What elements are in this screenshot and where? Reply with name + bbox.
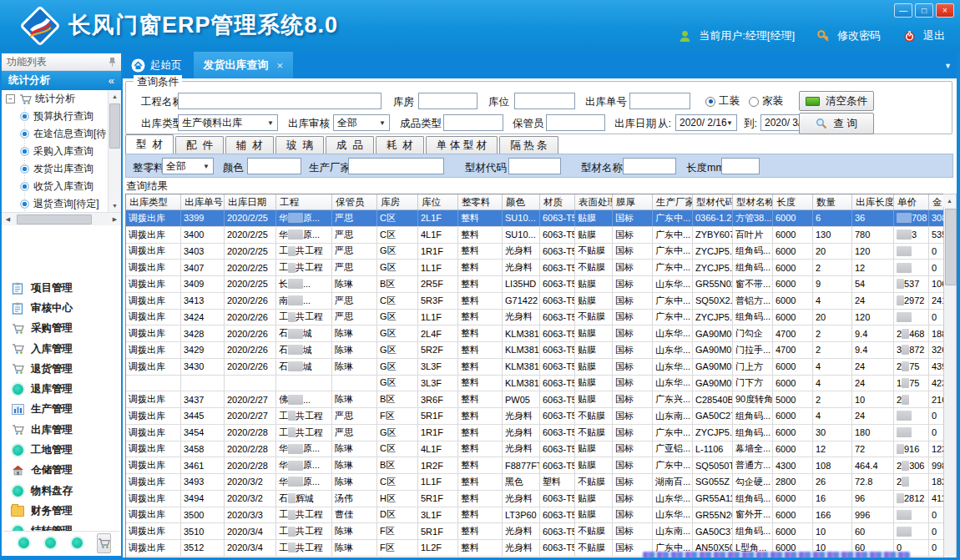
logout-link[interactable]: 退出: [923, 28, 945, 43]
table-row[interactable]: 调拨出库34292020/2/26石城陈琳G区5R2F整料KLM38176063…: [126, 342, 953, 359]
tab-close-icon[interactable]: ×: [277, 59, 284, 72]
column-header[interactable]: 表面处理: [575, 194, 613, 209]
tree-item[interactable]: 发货出库查询: [2, 160, 109, 178]
tree-item[interactable]: 退货查询[待定]: [2, 195, 109, 212]
column-header[interactable]: 材质: [540, 194, 575, 209]
material-tab[interactable]: 配 件: [175, 136, 224, 154]
column-header[interactable]: 出库长度: [852, 194, 894, 209]
column-header[interactable]: 膜厚: [613, 194, 653, 209]
project-name-input[interactable]: [178, 93, 381, 109]
slot-input[interactable]: [514, 93, 575, 109]
search-button[interactable]: 查 询: [799, 113, 874, 134]
tab-shipment-query[interactable]: 发货出库查询 ×: [194, 52, 294, 78]
table-row[interactable]: 调拨出库34372020/2/27佛...陈琳B区3R6F整料PW056063-…: [126, 391, 953, 408]
circle-icon[interactable]: [70, 537, 83, 550]
profile-code-input[interactable]: [508, 158, 561, 174]
product-type-input[interactable]: [443, 114, 503, 131]
circle-icon[interactable]: [17, 537, 30, 550]
change-password-link[interactable]: 修改密码: [837, 28, 881, 43]
tree-item[interactable]: 预算执行查询: [2, 108, 109, 125]
table-row[interactable]: 调拨出库34942020/3/2石辉城汤伟H区5R1F整料光身料6063-T5贴…: [126, 491, 953, 507]
column-header[interactable]: 型材代码: [693, 194, 733, 209]
module-item-circle[interactable]: 工地管理: [3, 440, 119, 460]
audit-select[interactable]: 全部 ▼: [333, 114, 390, 131]
close-button[interactable]: ×: [936, 3, 954, 18]
module-item-cart[interactable]: 退货管理: [3, 359, 119, 379]
warehouse-input[interactable]: [418, 93, 477, 109]
material-tab[interactable]: 成 品: [326, 136, 374, 154]
column-header[interactable]: 保管员: [332, 194, 377, 209]
table-row[interactable]: 调拨出库34032020/2/25工共工程严思G区1R1F整料光身料6063-T…: [126, 244, 953, 260]
table-row[interactable]: 调拨出库34452020/2/27工共工程严思F区5R1F整料光身料6063-T…: [126, 408, 953, 425]
table-row[interactable]: G区3L3F整料KLM38176063-T5贴膜国标山东华...GA90M09.…: [126, 376, 953, 392]
module-item-cart[interactable]: 采购管理: [3, 319, 119, 339]
column-header[interactable]: 整零料: [458, 194, 503, 209]
table-row[interactable]: 调拨出库35002020/3/3工共工程曹佳D区3L1F整料LT3P606063…: [126, 507, 953, 524]
module-item-home[interactable]: 仓储管理: [3, 461, 119, 481]
column-header[interactable]: 长度: [773, 194, 813, 209]
column-header[interactable]: 颜色: [503, 194, 540, 209]
order-no-input[interactable]: [629, 93, 690, 109]
tree-scroll-thumb[interactable]: [109, 103, 120, 149]
circle-icon[interactable]: [43, 537, 57, 550]
minimize-button[interactable]: —: [894, 3, 912, 18]
scroll-up-icon[interactable]: ▲: [943, 194, 956, 207]
column-header[interactable]: 出库单号: [181, 194, 225, 209]
tree-vertical-scrollbar[interactable]: ▲ ▼: [108, 90, 121, 212]
scroll-left-icon[interactable]: ◀: [2, 213, 14, 225]
module-item-circle[interactable]: 退库管理: [3, 379, 119, 399]
tree-root-statistics[interactable]: −统计分析: [2, 90, 109, 108]
maximize-button[interactable]: □: [915, 3, 933, 18]
table-row[interactable]: 调拨出库34542020/2/28工共工程严思G区1R1F整料光身料6063-T…: [126, 425, 953, 441]
module-item-cart[interactable]: 出库管理: [3, 420, 119, 440]
pin-icon[interactable]: [109, 57, 116, 67]
length-input[interactable]: [721, 158, 760, 174]
maker-input[interactable]: [348, 158, 444, 174]
scroll-up-icon[interactable]: ▲: [109, 90, 121, 103]
module-item-circle[interactable]: 物料盘存: [3, 481, 119, 501]
material-tab[interactable]: 辅 材: [225, 136, 274, 154]
radio-jiazhuang[interactable]: 家装: [749, 94, 783, 108]
column-header[interactable]: 型材名称: [733, 194, 773, 209]
table-row[interactable]: 调拨出库35102020/3/4工共工程陈琳F区5R1F整料光身料6063-T5…: [126, 523, 953, 540]
tree-expander-icon[interactable]: −: [6, 94, 15, 103]
material-tab[interactable]: 单 体 型 材: [426, 136, 498, 154]
profile-name-input[interactable]: [623, 158, 676, 174]
material-tab[interactable]: 隔 热 条: [499, 136, 558, 154]
date-from-picker[interactable]: 2020/ 2/16 ▼: [675, 114, 737, 131]
material-tab[interactable]: 玻 璃: [275, 136, 324, 154]
stats-group-header[interactable]: 统计分析 «: [2, 71, 121, 90]
color-input[interactable]: [247, 158, 301, 174]
tree-item[interactable]: 收货入库查询: [2, 178, 109, 195]
table-vertical-scrollbar[interactable]: ▲ ▼: [943, 194, 957, 560]
table-row[interactable]: 调拨出库34302020/2/26石城陈琳G区3L3F整料KLM38176063…: [126, 359, 953, 376]
keeper-input[interactable]: [546, 114, 605, 131]
table-row[interactable]: 调拨出库34242020/2/26工共工程严思G区1L1F整料光身料6063-T…: [126, 310, 953, 326]
tree-horizontal-scrollbar[interactable]: ◀ ▶: [2, 212, 121, 225]
table-row[interactable]: 调拨出库33992020/2/25华原...严思C区2L1F整料SU10...6…: [126, 210, 953, 227]
column-header[interactable]: 出库类型: [126, 194, 181, 209]
module-item-folder[interactable]: 财务管理: [3, 501, 119, 521]
module-item-circle[interactable]: 结转管理: [3, 522, 119, 531]
tree-item[interactable]: 采购入库查询: [2, 143, 109, 160]
table-row[interactable]: 调拨出库34002020/2/25华原...严思C区4L1F整料SU10...6…: [126, 227, 953, 244]
tree-item[interactable]: 在途信息查询[待: [2, 125, 109, 143]
module-item-chart[interactable]: 生产管理: [3, 400, 119, 420]
table-row[interactable]: 调拨出库34932020/3/2华原...陈琳C区1L1F整料黑色塑料不贴膜国标…: [126, 474, 953, 491]
column-header[interactable]: 数量: [813, 194, 852, 209]
column-header[interactable]: 单价: [894, 194, 929, 209]
column-header[interactable]: 工程: [276, 194, 332, 209]
table-row[interactable]: 调拨出库34612020/2/28华原...陈琳B区1R2F整料F8877FT6…: [126, 457, 953, 474]
material-tab[interactable]: 耗 材: [376, 136, 424, 154]
column-header[interactable]: 库房: [377, 194, 418, 209]
table-row[interactable]: 调拨出库34282020/2/26石城陈琳G区2L4F整料KLM38176063…: [126, 325, 953, 342]
table-row[interactable]: 调拨出库34582020/2/28华原...陈琳C区4L1F整料光身料6063-…: [126, 441, 953, 458]
radio-gongzhuang[interactable]: 工装: [705, 94, 740, 108]
table-row[interactable]: 调拨出库34072020/2/25工共工程严思G区1L1F整料光身料6063-T…: [126, 260, 953, 276]
material-tab[interactable]: 型 材: [125, 134, 174, 154]
scroll-right-icon[interactable]: ▶: [109, 213, 121, 225]
module-item-cart[interactable]: 入库管理: [3, 339, 119, 359]
collapse-icon[interactable]: «: [109, 71, 114, 90]
cart-button-icon[interactable]: [97, 537, 110, 550]
cart-button[interactable]: [97, 533, 111, 553]
